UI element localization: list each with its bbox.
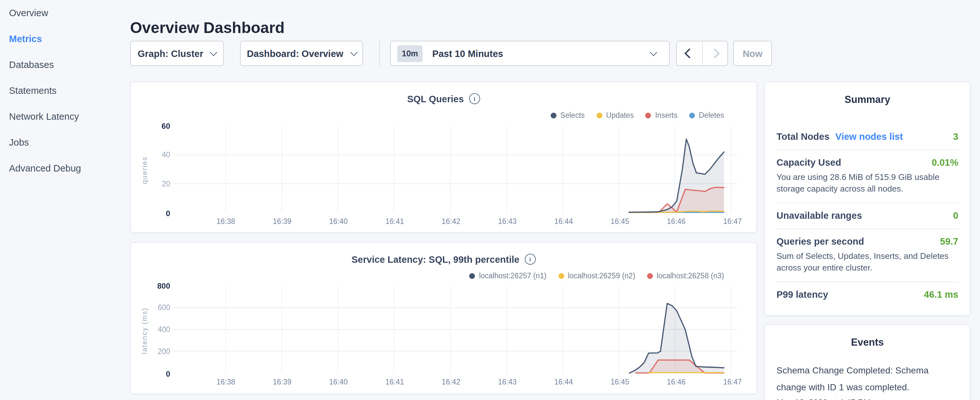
service-latency-chart-card: Service Latency: SQL, 99th percentile i … bbox=[130, 242, 757, 394]
x-axis-tick-label: 16:42 bbox=[431, 378, 471, 386]
summary-row-capacity: Capacity Used 0.01% You are using 28.6 M… bbox=[776, 150, 958, 202]
x-axis-tick-label: 16:38 bbox=[207, 217, 245, 225]
summary-row-unavailable-ranges: Unavailable ranges 0 bbox=[776, 202, 958, 228]
event-list-item[interactable]: Schema Change Completed: Schema change w… bbox=[776, 362, 958, 400]
sidebar-item-network-latency[interactable]: Network Latency bbox=[0, 104, 123, 129]
x-axis-tick-label: 16:43 bbox=[488, 378, 527, 386]
now-button[interactable]: Now bbox=[733, 41, 772, 66]
graph-selector-label: Graph: Cluster bbox=[137, 48, 203, 59]
graph-selector-dropdown[interactable]: Graph: Cluster bbox=[130, 41, 224, 66]
event-timestamp: May 13, 2020 at 4:45 PM bbox=[776, 396, 958, 400]
y-axis-tick-label: 200 bbox=[135, 347, 170, 355]
sidebar-item-advanced-debug[interactable]: Advanced Debug bbox=[0, 155, 123, 181]
time-range-badge: 10m bbox=[397, 45, 423, 62]
chevron-down-icon bbox=[650, 49, 657, 56]
summary-panel: Summary Total Nodes View nodes list 3 Ca… bbox=[764, 81, 970, 316]
y-axis-tick-label: 0 bbox=[135, 209, 170, 218]
service-latency-chart-canvas[interactable] bbox=[131, 243, 756, 394]
time-range-label: Past 10 Minutes bbox=[432, 48, 503, 59]
summary-row-total-nodes: Total Nodes View nodes list 3 bbox=[776, 124, 958, 150]
events-panel: Events Schema Change Completed: Schema c… bbox=[764, 324, 970, 400]
x-axis-tick-label: 16:45 bbox=[600, 378, 639, 386]
x-axis-tick-label: 16:39 bbox=[263, 378, 302, 386]
x-axis-tick-label: 16:46 bbox=[657, 217, 695, 225]
x-axis-tick-label: 16:40 bbox=[319, 217, 358, 225]
toolbar-divider bbox=[379, 41, 380, 66]
x-axis-tick-label: 16:42 bbox=[431, 217, 471, 225]
capacity-used-value: 0.01% bbox=[932, 157, 958, 167]
x-axis-tick-label: 16:40 bbox=[319, 378, 358, 386]
x-axis-tick-label: 16:44 bbox=[544, 378, 583, 386]
total-nodes-label: Total Nodes bbox=[776, 131, 830, 142]
unavailable-ranges-value: 0 bbox=[953, 210, 958, 221]
events-panel-title: Events bbox=[776, 336, 958, 348]
capacity-used-description: You are using 28.6 MiB of 515.9 GiB usab… bbox=[776, 172, 958, 195]
x-axis-tick-label: 16:41 bbox=[375, 217, 414, 225]
x-axis-tick-label: 16:41 bbox=[375, 378, 414, 386]
total-nodes-value: 3 bbox=[953, 131, 958, 142]
page-title: Overview Dashboard bbox=[130, 19, 285, 37]
x-axis-tick-label: 16:44 bbox=[544, 217, 583, 225]
y-axis-tick-label: 40 bbox=[135, 151, 170, 159]
view-nodes-list-link[interactable]: View nodes list bbox=[835, 131, 903, 142]
p99-latency-label: P99 latency bbox=[776, 289, 828, 300]
chevron-right-icon bbox=[710, 48, 720, 58]
x-axis-tick-label: 16:38 bbox=[207, 378, 245, 386]
x-axis-tick-label: 16:45 bbox=[600, 217, 639, 225]
chevron-down-icon bbox=[350, 49, 358, 56]
unavailable-ranges-label: Unavailable ranges bbox=[776, 210, 862, 221]
y-axis-tick-label: 0 bbox=[135, 369, 170, 378]
y-axis-unit-label: queries bbox=[140, 156, 148, 184]
qps-label: Queries per second bbox=[776, 236, 864, 247]
summary-row-p99-latency: P99 latency 46.1 ms bbox=[776, 282, 958, 308]
sidebar-item-overview[interactable]: Overview bbox=[0, 0, 123, 26]
dashboard-selector-dropdown[interactable]: Dashboard: Overview bbox=[240, 41, 363, 66]
p99-latency-value: 46.1 ms bbox=[924, 289, 958, 300]
time-range-dropdown[interactable]: 10m Past 10 Minutes bbox=[390, 41, 670, 66]
x-axis-tick-label: 16:43 bbox=[488, 217, 527, 225]
capacity-used-label: Capacity Used bbox=[776, 157, 841, 167]
now-button-label: Now bbox=[743, 48, 762, 59]
chevron-left-icon bbox=[684, 48, 694, 58]
event-message: Schema Change Completed: Schema change w… bbox=[776, 362, 932, 395]
x-axis-tick-label: 16:47 bbox=[713, 378, 752, 386]
summary-panel-title: Summary bbox=[776, 94, 958, 105]
previous-time-button[interactable] bbox=[677, 41, 702, 65]
x-axis-tick-label: 16:47 bbox=[713, 217, 752, 225]
sidebar-item-jobs[interactable]: Jobs bbox=[0, 129, 123, 155]
time-step-buttons bbox=[676, 41, 728, 66]
y-axis-unit-label: latency (ms) bbox=[140, 308, 148, 354]
qps-description: Sum of Selects, Updates, Inserts, and De… bbox=[776, 250, 958, 274]
sql-queries-chart-card: SQL Queries i SelectsUpdatesInsertsDelet… bbox=[130, 81, 757, 233]
x-axis-tick-label: 16:39 bbox=[263, 217, 302, 225]
sql-queries-chart-canvas[interactable] bbox=[131, 82, 756, 233]
sidebar-nav: OverviewMetricsDatabasesStatementsNetwor… bbox=[0, 0, 123, 400]
y-axis-tick-label: 800 bbox=[135, 282, 170, 291]
chevron-down-icon bbox=[210, 49, 217, 56]
admin-ui-page: OverviewMetricsDatabasesStatementsNetwor… bbox=[0, 0, 980, 400]
y-axis-tick-label: 60 bbox=[135, 122, 170, 131]
next-time-button[interactable] bbox=[702, 41, 727, 65]
sidebar-item-metrics[interactable]: Metrics bbox=[0, 26, 123, 52]
qps-value: 59.7 bbox=[940, 236, 958, 247]
sidebar-item-databases[interactable]: Databases bbox=[0, 52, 123, 78]
y-axis-tick-label: 400 bbox=[135, 325, 170, 333]
y-axis-tick-label: 600 bbox=[135, 304, 170, 311]
summary-row-qps: Queries per second 59.7 Sum of Selects, … bbox=[776, 228, 958, 282]
x-axis-tick-label: 16:46 bbox=[657, 378, 695, 386]
y-axis-tick-label: 20 bbox=[135, 180, 170, 187]
sidebar-item-statements[interactable]: Statements bbox=[0, 78, 123, 104]
dashboard-selector-label: Dashboard: Overview bbox=[247, 48, 343, 59]
